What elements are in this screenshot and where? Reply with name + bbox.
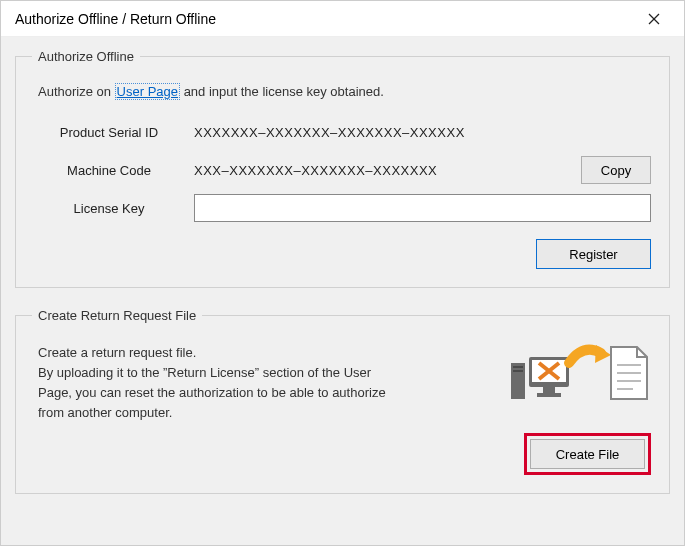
create-file-button[interactable]: Create File (530, 439, 645, 469)
svg-marker-11 (595, 345, 611, 363)
register-row: Register (34, 239, 651, 269)
serial-row: Product Serial ID XXXXXXX–XXXXXXX–XXXXXX… (34, 117, 651, 147)
authorize-offline-group: Authorize Offline Authorize on User Page… (15, 49, 670, 288)
user-page-link[interactable]: User Page (115, 83, 180, 100)
intro-prefix: Authorize on (38, 84, 115, 99)
copy-button[interactable]: Copy (581, 156, 651, 184)
dialog-window: Authorize Offline / Return Offline Autho… (0, 0, 685, 546)
serial-value: XXXXXXX–XXXXXXX–XXXXXXX–XXXXXX (194, 125, 641, 140)
license-key-input[interactable] (194, 194, 651, 222)
return-content: Create a return request file. By uploadi… (34, 337, 651, 427)
dialog-body: Authorize Offline Authorize on User Page… (1, 37, 684, 545)
close-icon (648, 13, 660, 25)
svg-rect-7 (543, 387, 555, 393)
machine-value: XXX–XXXXXXX–XXXXXXX–XXXXXXX (194, 163, 571, 178)
titlebar: Authorize Offline / Return Offline (1, 1, 684, 37)
return-request-group: Create Return Request File Create a retu… (15, 308, 670, 494)
createfile-row: Create File (34, 433, 651, 475)
svg-rect-8 (537, 393, 561, 397)
register-button[interactable]: Register (536, 239, 651, 269)
serial-label: Product Serial ID (34, 125, 184, 140)
intro-suffix: and input the license key obtained. (180, 84, 384, 99)
license-row: License Key (34, 193, 651, 223)
svg-rect-4 (513, 370, 523, 372)
return-illustration (501, 333, 651, 413)
computer-to-file-icon (501, 333, 651, 413)
close-button[interactable] (634, 4, 674, 34)
authorize-legend: Authorize Offline (32, 49, 140, 64)
svg-rect-2 (511, 363, 525, 399)
return-description: Create a return request file. By uploadi… (38, 343, 398, 424)
machine-row: Machine Code XXX–XXXXXXX–XXXXXXX–XXXXXXX… (34, 155, 651, 185)
window-title: Authorize Offline / Return Offline (15, 11, 216, 27)
machine-label: Machine Code (34, 163, 184, 178)
createfile-highlight: Create File (524, 433, 651, 475)
license-label: License Key (34, 201, 184, 216)
svg-rect-3 (513, 366, 523, 368)
authorize-instruction: Authorize on User Page and input the lic… (38, 84, 651, 99)
return-legend: Create Return Request File (32, 308, 202, 323)
